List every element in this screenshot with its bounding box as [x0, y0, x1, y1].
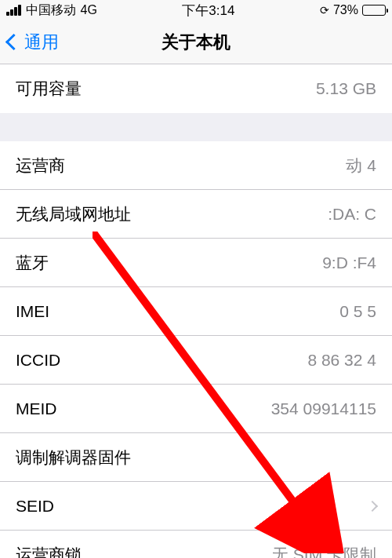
label-modem: 调制解调器固件: [16, 447, 131, 469]
battery-icon: [362, 5, 386, 16]
row-seid[interactable]: SEID: [0, 482, 392, 531]
value-carrier-lock: 无 SIM 卡限制: [272, 544, 376, 558]
chevron-left-icon: [5, 34, 22, 50]
value-iccid: 8 86 32 4: [307, 351, 376, 370]
chevron-right-icon: [367, 500, 378, 511]
settings-group-device: 运营商 动 4 无线局域网地址 :DA: C 蓝牙 9:D :F4 IMEI 0…: [0, 141, 392, 558]
page-title: 关于本机: [162, 31, 230, 54]
label-meid: MEID: [16, 399, 57, 418]
network-type: 4G: [81, 3, 97, 17]
label-bluetooth: 蓝牙: [16, 252, 49, 274]
settings-group-storage: 可用容量 5.13 GB: [0, 64, 392, 113]
row-modem-firmware[interactable]: 调制解调器固件: [0, 433, 392, 482]
value-seid: [365, 502, 376, 510]
value-bluetooth: 9:D :F4: [322, 253, 376, 272]
status-bar: 中国移动 4G 下午3:14 ⟳ 73%: [0, 0, 392, 20]
value-meid: 354 09914115: [271, 399, 376, 418]
row-carrier[interactable]: 运营商 动 4: [0, 141, 392, 190]
orientation-lock-icon: ⟳: [320, 4, 329, 16]
back-button[interactable]: 通用: [8, 31, 59, 54]
nav-bar: 通用 关于本机: [0, 20, 392, 64]
row-meid[interactable]: MEID 354 09914115: [0, 385, 392, 433]
battery-percent: 73%: [333, 3, 358, 17]
label-imei: IMEI: [16, 302, 49, 321]
label-available: 可用容量: [16, 78, 82, 100]
label-carrier-lock: 运营商锁: [16, 544, 82, 558]
row-imei[interactable]: IMEI 0 5 5: [0, 287, 392, 336]
status-time: 下午3:14: [182, 2, 234, 20]
back-label: 通用: [24, 31, 59, 54]
label-wlan: 无线局域网地址: [16, 203, 131, 225]
row-wlan-address[interactable]: 无线局域网地址 :DA: C: [0, 190, 392, 239]
value-imei: 0 5 5: [339, 302, 376, 321]
status-left: 中国移动 4G: [6, 2, 97, 19]
value-wlan: :DA: C: [328, 205, 376, 224]
value-carrier: 动 4: [346, 155, 376, 177]
row-carrier-lock[interactable]: 运营商锁 无 SIM 卡限制: [0, 531, 392, 558]
label-seid: SEID: [16, 497, 54, 516]
status-right: ⟳ 73%: [320, 3, 386, 17]
signal-icon: [6, 5, 21, 16]
label-iccid: ICCID: [16, 351, 60, 370]
value-available: 5.13 GB: [316, 79, 376, 98]
label-carrier: 运营商: [16, 155, 65, 177]
row-iccid[interactable]: ICCID 8 86 32 4: [0, 336, 392, 385]
row-available-storage[interactable]: 可用容量 5.13 GB: [0, 64, 392, 113]
row-bluetooth[interactable]: 蓝牙 9:D :F4: [0, 239, 392, 287]
carrier-name: 中国移动: [26, 2, 76, 19]
